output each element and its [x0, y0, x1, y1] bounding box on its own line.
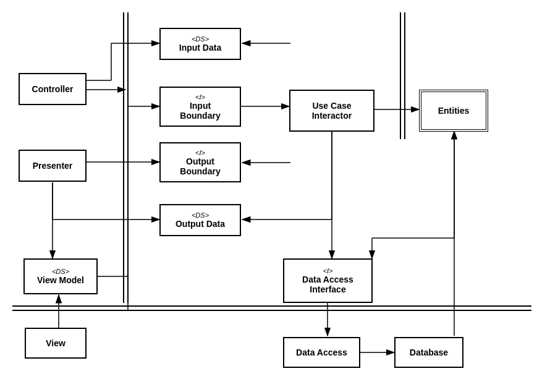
view-model-box: <DS> View Model — [23, 258, 98, 294]
input-boundary-box: <I> InputBoundary — [159, 87, 241, 127]
entities-box: Entities — [419, 90, 488, 132]
presenter-box: Presenter — [19, 150, 87, 182]
database-label: Database — [410, 347, 448, 357]
data-access-interface-stereotype: <I> — [323, 267, 333, 275]
output-data-label: Output Data — [176, 219, 225, 229]
entities-label: Entities — [438, 106, 470, 116]
output-data-box: <DS> Output Data — [159, 204, 241, 236]
input-boundary-stereotype: <I> — [195, 93, 205, 101]
controller-box: Controller — [19, 73, 87, 105]
view-box: View — [25, 328, 87, 359]
database-box: Database — [394, 337, 463, 368]
data-access-interface-label: Data AccessInterface — [302, 275, 353, 294]
data-access-label: Data Access — [296, 347, 347, 357]
data-access-box: Data Access — [283, 337, 360, 368]
output-boundary-label: OutputBoundary — [180, 156, 220, 176]
data-access-interface-box: <I> Data AccessInterface — [283, 258, 373, 303]
view-label: View — [46, 338, 66, 348]
use-case-interactor-box: Use CaseInteractor — [289, 90, 374, 132]
input-boundary-label: InputBoundary — [180, 101, 220, 121]
input-data-stereotype: <DS> — [192, 35, 209, 43]
controller-label: Controller — [32, 84, 74, 94]
architecture-diagram: Controller Presenter View <DS> Input Dat… — [0, 0, 550, 392]
view-model-label: View Model — [37, 275, 84, 285]
output-boundary-box: <I> OutputBoundary — [159, 142, 241, 182]
use-case-interactor-label: Use CaseInteractor — [312, 101, 352, 121]
input-data-box: <DS> Input Data — [159, 28, 241, 60]
view-model-stereotype: <DS> — [52, 268, 69, 275]
output-data-stereotype: <DS> — [192, 211, 209, 219]
input-data-label: Input Data — [179, 43, 221, 53]
output-boundary-stereotype: <I> — [195, 149, 205, 156]
presenter-label: Presenter — [33, 161, 73, 171]
